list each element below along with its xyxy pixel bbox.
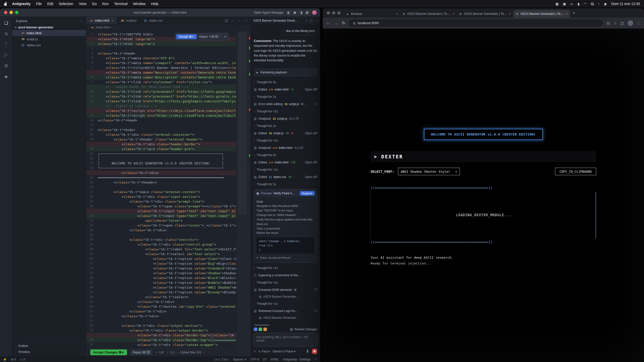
file-step[interactable]: ▤Edited</>index.html+1-Open diff (254, 86, 317, 93)
expand-diff-icon[interactable]: ↗ (224, 35, 226, 38)
accept-diff-button[interactable]: Accept ⌘↵ (176, 34, 196, 39)
info-icon[interactable]: ⓘ (314, 288, 317, 292)
prompt-input-row[interactable]: > DEXTER (371, 151, 596, 162)
file-step[interactable]: ▤Error while editingJSscript.jsM...ⓘ (254, 101, 317, 108)
menu-item-selection[interactable]: Selection (56, 0, 76, 8)
thought-step[interactable]: ›Thought for 1s (254, 181, 317, 188)
file-step[interactable]: ▤EditedJSscript.js+8-4Open diff (254, 130, 317, 137)
problems-warnings[interactable]: ⚠ 0 (20, 358, 25, 361)
font-select-dropdown[interactable]: ANSI Shadow (Dexter Style) ▾ (398, 168, 460, 175)
extensions-icon[interactable]: ⊞ (3, 63, 10, 68)
next-file-chevron[interactable]: › (203, 351, 204, 354)
new-tab-button[interactable]: + (573, 11, 575, 16)
split-editor-icon[interactable]: ◫ (225, 19, 228, 22)
screen-mirroring-icon[interactable]: ▣ (563, 2, 566, 6)
open-panel-icon[interactable]: ▢ (310, 19, 312, 22)
statusbar-item[interactable]: Spaces: 4 (233, 358, 246, 361)
thought-step[interactable]: ›Thought for 3s (254, 79, 317, 86)
file-styles.css[interactable]: {}styles.css (12, 42, 86, 48)
model-selector[interactable]: Gemini 3 Flash ▾ (273, 350, 295, 353)
reject-diff-button[interactable]: Reject ⇧⌘⌫ (199, 35, 218, 38)
problems-errors[interactable]: ⊗ 0 (11, 358, 16, 361)
file-step[interactable]: ▤Analyzed</>index.html#L1-87 (254, 144, 317, 152)
agent-conversation[interactable]: due to the library erro Conclusion: The … (251, 24, 320, 326)
tool-step[interactable]: ⊡Capturing a screenshot of the... (254, 272, 317, 279)
minimize-window-button[interactable] (332, 11, 335, 15)
output-scrollbar[interactable] (595, 192, 596, 238)
agent-input[interactable]: Ask anything (⌘L), @ to mention, / for w… (253, 333, 318, 347)
thought-step[interactable]: ›Thought for <1s (254, 300, 317, 307)
menubar-clock[interactable]: Dom 11 ene 12:45 (611, 2, 640, 6)
site-info-icon[interactable]: ◍ (353, 21, 355, 25)
menu-item-view[interactable]: View (76, 0, 89, 8)
screenshot-icon[interactable]: ⊡ (607, 21, 610, 25)
tool-step[interactable]: ▤Extracted DOM elements⊞ⓘ (254, 286, 317, 293)
menu-item-go[interactable]: Go (89, 0, 100, 8)
expand-button[interactable]: Expand (300, 191, 315, 196)
statusbar-item[interactable]: UTF-8 (251, 358, 259, 361)
thought-step[interactable]: ›Thought for <1s (254, 264, 317, 272)
panel-left-icon[interactable]: ◧ (287, 11, 290, 14)
statusbar-item[interactable]: Antigravity - Settings (283, 358, 310, 361)
zoom-window-button[interactable] (337, 11, 341, 15)
next-change-shortcut[interactable]: ↓ ⌥J (167, 350, 174, 354)
info-icon[interactable]: ⓘ (314, 309, 317, 313)
close-window-button[interactable] (4, 11, 7, 14)
prev-file-chevron[interactable]: ‹ (177, 351, 178, 354)
account-avatar[interactable] (312, 10, 317, 15)
display-icon[interactable]: ▭ (570, 2, 573, 6)
tab-index.html[interactable]: <>index.html× (86, 17, 117, 24)
accept-changes-button[interactable]: Accept Changes ⌘↵ (90, 349, 127, 355)
more-actions-icon[interactable]: ⋯ (244, 19, 248, 22)
panel-right-icon[interactable]: ◨ (299, 11, 302, 14)
prompt-text-input[interactable]: DEXTER (381, 154, 403, 159)
notifications-bell-icon[interactable]: ⚐ (314, 358, 317, 361)
thought-step[interactable]: ›Thought for 2s (254, 122, 317, 130)
siri-icon[interactable]: ◉ (604, 2, 607, 6)
mode-selector[interactable]: ∿ Fast ▾ (258, 350, 270, 353)
minimap[interactable] (236, 30, 251, 356)
thought-step[interactable]: ›Thought for 2s (254, 93, 317, 101)
profile-avatar[interactable] (628, 20, 633, 26)
close-tab-icon[interactable]: × (396, 12, 398, 16)
open-diff-link[interactable]: Open diff (305, 161, 317, 164)
model-avatar[interactable] (259, 328, 262, 331)
menu-item-edit[interactable]: Edit (45, 0, 56, 8)
copy-to-clipboard-button[interactable]: COPY_TO_CLIPBOARD (555, 168, 596, 175)
close-window-button[interactable] (327, 11, 330, 15)
stop-generation-button[interactable] (312, 349, 317, 354)
explorer-icon[interactable]: ❏ (3, 20, 10, 26)
battery-icon[interactable]: ▮ (578, 2, 579, 6)
open-agent-manager-button[interactable]: Open Agent Manager (254, 11, 284, 14)
file-step[interactable]: ▤Edited{}styles.css+9-Open diff (254, 173, 317, 181)
minimize-window-button[interactable] (10, 11, 13, 14)
more-options-icon[interactable]: ⋯ (315, 19, 318, 22)
tab-script.js[interactable]: JSscript.js (117, 17, 140, 24)
source-control-icon[interactable]: ᛉ (3, 42, 10, 47)
apple-menu-icon[interactable] (4, 2, 7, 6)
microphone-icon[interactable] (306, 349, 309, 353)
browser-tab[interactable]: ◍ASCII Banner Generator | Ter...× (513, 10, 570, 18)
reload-button[interactable]: ↻ (342, 21, 345, 25)
folder-root[interactable]: ▾ ascii-banner-generator (12, 25, 86, 30)
menu-item-help[interactable]: Help (148, 0, 161, 8)
statusbar-item[interactable]: HTML (271, 358, 279, 361)
run-debug-icon[interactable]: ▷ (3, 52, 10, 58)
sub-step[interactable]: ◍ASCII Banner Generator ... (254, 293, 317, 300)
thought-step[interactable]: ›Thought for <1s (254, 108, 317, 115)
stage-manager-icon[interactable]: ▦ (555, 2, 558, 6)
section-timeline[interactable]: ›Timeline (12, 349, 86, 355)
menu-item-terminal[interactable]: Terminal (111, 0, 130, 8)
panel-bottom-icon[interactable]: ▣ (293, 11, 296, 14)
show-result-toggle[interactable]: ▾Show JavaScript Result (257, 255, 314, 261)
open-diff-link[interactable]: Open diff (305, 175, 317, 179)
menu-item-window[interactable]: Window (130, 0, 148, 8)
add-context-button[interactable]: + (254, 350, 256, 353)
open-diff-link[interactable]: Open diff (305, 88, 317, 91)
thought-step[interactable]: ›Thought for <1s (254, 166, 317, 173)
forward-button[interactable]: → (334, 21, 338, 25)
model-avatar[interactable] (254, 328, 257, 331)
file-step[interactable]: ▤AnalyzedJSscript.js#L1-78 (254, 115, 317, 122)
explorer-more-icon[interactable]: ⋯ (79, 19, 83, 23)
close-tab-icon[interactable]: × (566, 12, 568, 16)
